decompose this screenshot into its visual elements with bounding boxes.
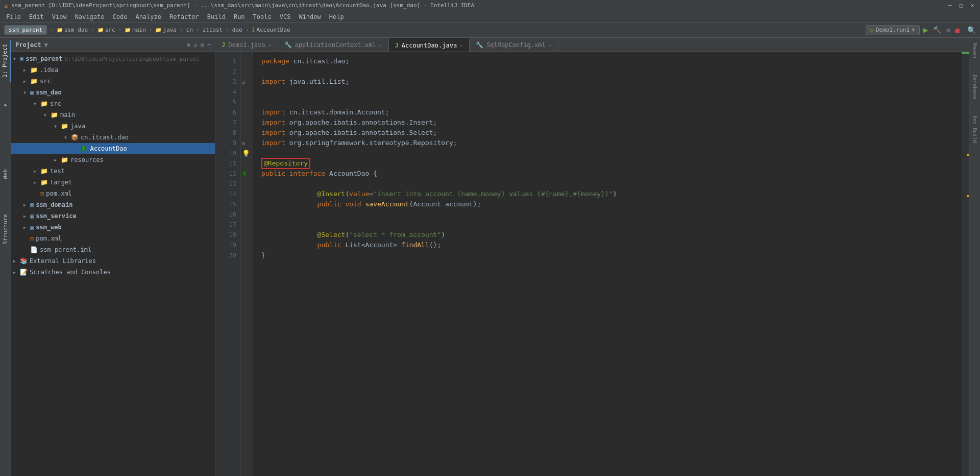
right-gutter	[962, 52, 969, 476]
menu-run[interactable]: Run	[230, 12, 249, 21]
tree-item-iml[interactable]: ▶ 📄 ssm_parent.iml	[11, 244, 215, 255]
tree-item-target[interactable]: ▶ 📁 target	[11, 177, 215, 188]
tree-item-ssm-service[interactable]: ▶ ▣ ssm_service	[11, 210, 215, 222]
menu-vcs[interactable]: VCS	[276, 12, 295, 21]
code-editor[interactable]: 1 2 3 4 5 6 7 8 9 10 11 12 13 14 15 16 1…	[215, 52, 969, 476]
locate-file-icon[interactable]: ⊕	[187, 41, 190, 49]
tab-close-button[interactable]: ✕	[268, 42, 271, 48]
tree-item-ssm-dao[interactable]: ▼ ▣ ssm_dao	[11, 87, 215, 98]
expand-arrow: ▼	[34, 102, 39, 106]
tab-sqlmap[interactable]: 🔧 SqlMapConfig.xml ✕	[470, 38, 558, 52]
tab-demo1[interactable]: J Demo1.java ✕	[215, 38, 278, 52]
interface-marker[interactable]: I	[242, 171, 247, 176]
breadcrumb-itcast[interactable]: itcast	[202, 27, 223, 33]
tab-accountdao[interactable]: J AccountDao.java ✕	[389, 38, 470, 52]
menu-edit[interactable]: Edit	[25, 12, 48, 21]
folder-icon: 📁	[30, 78, 38, 85]
tree-item-ssm-web[interactable]: ▶ ▣ ssm_web	[11, 222, 215, 233]
maven-icon: m	[30, 235, 34, 242]
menu-refactor[interactable]: Refactor	[165, 12, 203, 21]
tree-label: pom.xml	[46, 190, 72, 197]
code-line-19: public List<Account> findAll();	[261, 240, 962, 250]
stop-button[interactable]: ■	[954, 26, 961, 34]
breadcrumb-src[interactable]: 📁 src	[97, 27, 115, 33]
breadcrumb-accountdao[interactable]: I AccountDao	[252, 27, 290, 33]
menu-window[interactable]: Window	[295, 12, 325, 21]
folder-icon: 📁	[57, 27, 63, 33]
tree-item-scratches[interactable]: ▶ 📝 Scratches and Consoles	[11, 267, 215, 278]
tree-item-accountdao[interactable]: ▶ I AccountDao	[11, 143, 215, 154]
menu-build[interactable]: Build	[203, 12, 230, 21]
sidebar-tab-web[interactable]: Web	[1, 165, 10, 183]
expand-arrow: ▼	[44, 113, 49, 117]
fold-icon[interactable]: ⊟	[242, 79, 245, 85]
project-panel: Project ▼ ⊕ ≡ ⚙ ─ ▼ ▣ ssm_parent D:\IDE\…	[11, 38, 215, 476]
search-everywhere-button[interactable]: 🔍	[967, 26, 976, 34]
tree-item-resources[interactable]: ▶ 📁 resources	[11, 154, 215, 165]
tree-item-main[interactable]: ▼ 📁 main	[11, 109, 215, 121]
tree-item-src-dao[interactable]: ▼ 📁 src	[11, 98, 215, 109]
tree-item-pom-dao[interactable]: ▶ m pom.xml	[11, 188, 215, 199]
gutter-icons: ⊟ ⊟ 💡 I	[241, 52, 253, 476]
module-icon: ▣	[20, 55, 23, 62]
tree-item-ssm-parent[interactable]: ▼ ▣ ssm_parent D:\IDE\ideaProject\spring…	[11, 53, 215, 64]
tree-item-java[interactable]: ▼ 📁 java	[11, 121, 215, 132]
settings-icon[interactable]: ⚙	[201, 41, 204, 49]
project-nav-btn[interactable]: ssm_parent	[4, 25, 47, 35]
tree-item-pom-root[interactable]: ▶ m pom.xml	[11, 233, 215, 244]
bulb-icon[interactable]: 💡	[242, 150, 250, 157]
project-dropdown-icon[interactable]: ▼	[44, 41, 48, 49]
menu-help[interactable]: Help	[325, 12, 348, 21]
breadcrumb-main[interactable]: 📁 main	[125, 27, 146, 33]
tree-item-package[interactable]: ▼ 📦 cn.itcast.dao	[11, 132, 215, 143]
menu-view[interactable]: View	[48, 12, 71, 21]
maximize-button[interactable]: □	[958, 2, 965, 9]
tree-item-src-root[interactable]: ▶ 📁 src	[11, 76, 215, 87]
sidebar-tab-project[interactable]: 1: Project	[0, 40, 11, 82]
ant-build-tab[interactable]: Ant Build	[970, 112, 979, 146]
tab-label: SqlMapConfig.xml	[486, 41, 546, 49]
folder-icon: 📁	[40, 168, 48, 175]
menu-code[interactable]: Code	[109, 12, 132, 21]
expand-arrow: ▶	[54, 158, 59, 162]
tree-item-external-libs[interactable]: ▶ 📚 External Libraries	[11, 255, 215, 267]
sidebar-tab-structure[interactable]: Structure	[1, 210, 10, 249]
collapse-all-icon[interactable]: ≡	[193, 41, 197, 49]
maven-tab[interactable]: Maven	[970, 40, 979, 61]
build-button[interactable]: 🔨	[932, 26, 943, 34]
coverage-button[interactable]: ☑	[945, 27, 951, 34]
close-button[interactable]: ✕	[969, 2, 976, 9]
tree-label: ssm_service	[36, 212, 76, 220]
expand-arrow: ▶	[23, 68, 29, 73]
menu-navigate[interactable]: Navigate	[71, 12, 109, 21]
sidebar-tab-favorites[interactable]: ★	[1, 98, 10, 113]
expand-arrow: ▼	[13, 57, 18, 61]
tree-item-ssm-domain[interactable]: ▶ ▣ ssm_domain	[11, 199, 215, 210]
editor-area: J Demo1.java ✕ 🔧 applicationContext.xml …	[215, 38, 969, 476]
menu-file[interactable]: File	[2, 12, 25, 21]
tab-close-button[interactable]: ✕	[549, 42, 552, 48]
minimize-panel-icon[interactable]: ─	[207, 41, 211, 49]
tree-label: ssm_web	[36, 224, 62, 231]
breadcrumb-ssm-dao[interactable]: 📁 ssm_dao	[57, 27, 88, 33]
breadcrumb-java[interactable]: 📁 java	[155, 27, 177, 33]
menu-analyze[interactable]: Analyze	[131, 12, 165, 21]
tab-close-button[interactable]: ✕	[460, 43, 463, 49]
code-line-4	[261, 87, 962, 97]
tree-label: pom.xml	[36, 235, 62, 242]
menu-tools[interactable]: Tools	[249, 12, 276, 21]
tree-item-idea[interactable]: ▶ 📁 .idea	[11, 64, 215, 76]
breadcrumb-dao[interactable]: dao	[232, 27, 242, 33]
tab-close-button[interactable]: ✕	[379, 42, 382, 48]
tab-appcontext[interactable]: 🔧 applicationContext.xml ✕	[278, 38, 389, 52]
code-content[interactable]: package cn.itcast.dao; import java.util.…	[253, 52, 962, 476]
expand-arrow: ▼	[64, 135, 69, 140]
tree-item-test[interactable]: ▶ 📁 test	[11, 165, 215, 177]
breadcrumb-cn[interactable]: cn	[186, 27, 193, 33]
fold-icon[interactable]: ⊟	[242, 140, 245, 146]
run-config-selector[interactable]: ▷ Demo1.run1 ▼	[866, 25, 920, 35]
run-button[interactable]: ▶	[922, 25, 930, 35]
minimize-button[interactable]: ─	[946, 2, 953, 9]
database-tab[interactable]: Database	[970, 72, 979, 102]
expand-arrow: ▶	[13, 270, 18, 275]
